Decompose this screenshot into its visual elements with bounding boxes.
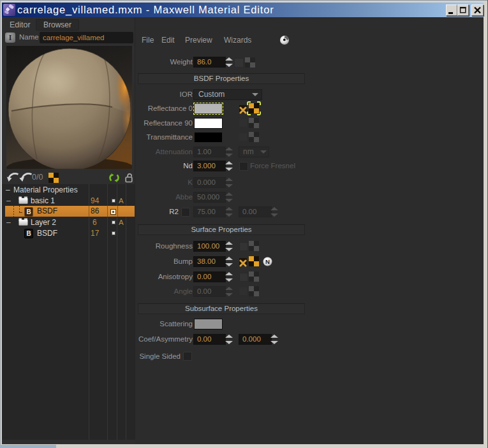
svg-text:N: N	[265, 258, 270, 265]
